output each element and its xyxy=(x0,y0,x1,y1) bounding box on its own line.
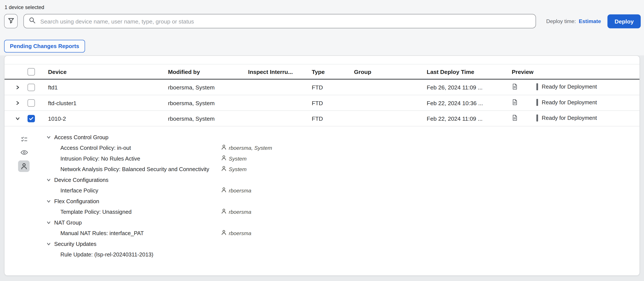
item-author-text: rboersma, System xyxy=(229,145,272,151)
item-author-text: rboersma xyxy=(229,230,252,236)
tree-group-label: Security Updates xyxy=(54,241,96,247)
item-author: rboersma xyxy=(221,208,251,215)
tree-item-label: Intrusion Policy: No Rules Active xyxy=(60,155,222,162)
tree-item: Template Policy: Unassigned rboersma xyxy=(46,206,640,217)
tree-group-label: Flex Configuration xyxy=(54,198,99,204)
status-text: Ready for Deployment xyxy=(542,84,597,90)
row-checkbox[interactable] xyxy=(28,84,35,91)
item-author: System xyxy=(221,155,246,162)
status-text: Ready for Deployment xyxy=(542,115,597,121)
col-header-group: Group xyxy=(354,68,427,75)
tree-item: Rule Update: (lsp-rel-20240311-2013) xyxy=(46,249,640,260)
item-author-text: rboersma xyxy=(229,209,252,215)
chevron-down-icon[interactable] xyxy=(46,220,51,225)
table-row: ftd1 rboersma, System FTD Feb 26, 2024 1… xyxy=(4,79,640,95)
device-name: ftd1 xyxy=(48,84,168,90)
table-row: ftd-cluster1 rboersma, System FTD Feb 22… xyxy=(4,95,640,111)
estimate-link[interactable]: Estimate xyxy=(579,18,601,24)
status-bar xyxy=(536,83,538,90)
last-deploy-value: Feb 22, 2024 11:09 ... xyxy=(427,115,500,122)
funnel-icon xyxy=(8,17,14,25)
col-header-type: Type xyxy=(312,68,354,75)
type-value: FTD xyxy=(312,100,354,106)
item-author: System xyxy=(221,166,246,172)
search-icon xyxy=(29,17,36,25)
pending-changes-reports-button[interactable]: Pending Changes Reports xyxy=(4,40,85,53)
row-checkbox[interactable] xyxy=(28,99,35,106)
expanded-device-detail: Access Control Group Access Control Poli… xyxy=(4,126,640,276)
status-badge: Ready for Deployment xyxy=(536,99,597,106)
tree-group: Access Control Group xyxy=(46,132,640,142)
tree-item: Intrusion Policy: No Rules Active System xyxy=(46,153,640,164)
tree-item: Manual NAT Rules: interface_PAT rboersma xyxy=(46,228,640,239)
person-icon xyxy=(221,144,226,151)
tree-item: Network Analysis Policy: Balanced Securi… xyxy=(46,164,640,175)
devices-table-panel: Device Modified by Inspect Interru... Ty… xyxy=(4,55,640,276)
deploy-time-label: Deploy time: xyxy=(546,18,576,24)
status-bar xyxy=(536,114,538,121)
col-header-device: Device xyxy=(48,68,168,75)
modified-by-value: rboersma, System xyxy=(168,115,248,122)
person-view-button[interactable] xyxy=(18,161,30,172)
col-header-last-deploy: Last Deploy Time xyxy=(427,68,500,75)
person-icon xyxy=(221,166,226,172)
status-badge: Ready for Deployment xyxy=(536,83,597,90)
item-author-text: System xyxy=(229,166,247,172)
preview-document-icon[interactable] xyxy=(512,99,518,107)
pending-changes-tree: Access Control Group Access Control Poli… xyxy=(46,126,640,260)
deploy-button[interactable]: Deploy xyxy=(608,14,641,28)
type-value: FTD xyxy=(312,84,354,90)
table-row: 1010-2 rboersma, System FTD Feb 22, 2024… xyxy=(4,111,640,126)
chevron-right-icon[interactable] xyxy=(15,85,20,90)
search-input[interactable] xyxy=(40,17,531,25)
modified-by-value: rboersma, System xyxy=(168,100,248,106)
tree-item-label: Rule Update: (lsp-rel-20240311-2013) xyxy=(60,251,222,258)
status-bar xyxy=(536,99,538,106)
chevron-right-icon[interactable] xyxy=(15,100,20,105)
col-header-inspect: Inspect Interru... xyxy=(248,68,312,75)
select-all-checkbox[interactable] xyxy=(28,68,35,75)
deployment-dialog: 1 device selected Deploy time: Estimate … xyxy=(0,0,644,281)
tree-group-label: NAT Group xyxy=(54,219,82,226)
tree-item: Access Control Policy: in-out rboersma, … xyxy=(46,142,640,153)
tree-item-label: Manual NAT Rules: interface_PAT xyxy=(60,230,222,236)
tree-item: Interface Policy rboersma xyxy=(46,185,640,196)
chevron-down-icon[interactable] xyxy=(46,199,51,203)
device-name: 1010-2 xyxy=(48,115,168,122)
status-badge: Ready for Deployment xyxy=(536,114,597,121)
tree-item-label: Template Policy: Unassigned xyxy=(60,209,222,215)
chevron-down-icon[interactable] xyxy=(15,116,20,121)
chevron-down-icon[interactable] xyxy=(46,178,51,182)
filter-button[interactable] xyxy=(4,14,18,28)
preview-document-icon[interactable] xyxy=(512,114,518,122)
col-header-modified-by: Modified by xyxy=(168,68,248,75)
deploy-controls: Deploy time: Estimate Deploy xyxy=(546,14,641,28)
chevron-down-icon[interactable] xyxy=(46,135,51,139)
chevron-down-icon[interactable] xyxy=(46,242,51,246)
tree-group-label: Device Configurations xyxy=(54,177,108,183)
device-name: ftd-cluster1 xyxy=(48,100,168,106)
preview-document-icon[interactable] xyxy=(512,83,518,91)
last-deploy-value: Feb 26, 2024 11:09 ... xyxy=(427,84,500,90)
col-header-preview: Preview xyxy=(500,68,536,75)
tree-group: Device Configurations xyxy=(46,174,640,185)
item-author: rboersma xyxy=(221,230,251,236)
tree-group-label: Access Control Group xyxy=(54,134,108,140)
checklist-icon[interactable] xyxy=(21,136,28,142)
eye-icon[interactable] xyxy=(20,150,28,155)
row-checkbox[interactable] xyxy=(28,115,35,122)
type-value: FTD xyxy=(312,115,354,122)
table-header: Device Modified by Inspect Interru... Ty… xyxy=(4,64,640,79)
item-author: rboersma xyxy=(221,187,251,194)
person-icon xyxy=(221,155,226,162)
tree-item-label: Network Analysis Policy: Balanced Securi… xyxy=(60,166,222,172)
item-author: rboersma, System xyxy=(221,144,272,151)
person-icon xyxy=(221,187,226,194)
last-deploy-value: Feb 22, 2024 10:36 ... xyxy=(427,100,500,106)
person-icon xyxy=(221,230,226,236)
tree-group: Flex Configuration xyxy=(46,196,640,206)
status-text: Ready for Deployment xyxy=(542,99,597,105)
tree-item-label: Interface Policy xyxy=(60,187,222,194)
tree-group: Security Updates xyxy=(46,238,640,249)
search-bar xyxy=(24,14,536,28)
